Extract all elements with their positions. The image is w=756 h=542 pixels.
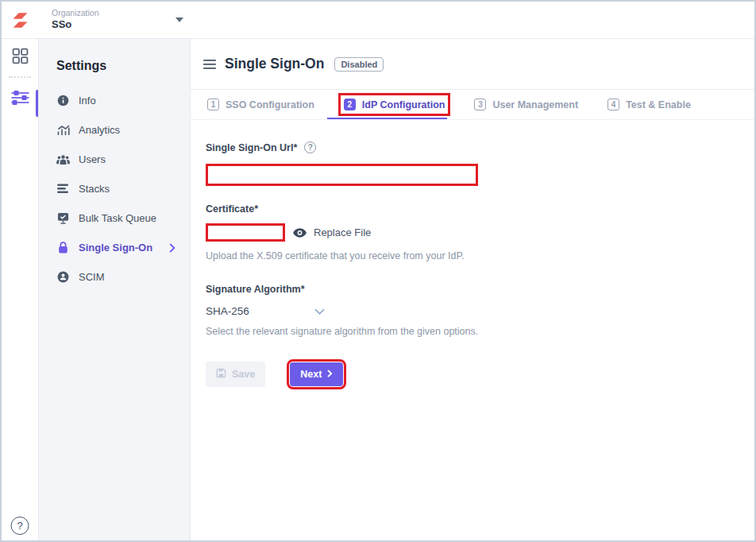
settings-sidebar: Settings Info Analytics: [39, 39, 191, 540]
help-tooltip-icon[interactable]: ?: [304, 141, 316, 153]
signature-algorithm-value: SHA-256: [206, 305, 249, 317]
tab-sso-configuration[interactable]: 1 SSO Configuration: [207, 99, 314, 110]
stacks-icon: [56, 184, 70, 194]
apps-grid-icon[interactable]: [12, 48, 29, 64]
idp-configuration-form: Single Sign-On Url* ? Certificate*: [191, 120, 754, 387]
organization-name: SSo: [52, 18, 99, 31]
sidebar-item-analytics[interactable]: Analytics: [56, 115, 182, 145]
next-button[interactable]: Next: [290, 362, 343, 386]
organization-switcher[interactable]: Organization SSo: [52, 8, 99, 31]
sidebar-item-scim[interactable]: SCIM: [56, 262, 182, 292]
tab-label: IdP Configuration: [362, 99, 446, 110]
users-icon: [56, 154, 70, 165]
signature-algorithm-helper-text: Select the relevant signature algorithm …: [206, 326, 754, 337]
rail-divider: [9, 76, 31, 78]
certificate-file-input[interactable]: [206, 223, 285, 242]
chevron-down-icon: [314, 305, 325, 317]
brand-logo-icon: [10, 10, 30, 30]
organization-label: Organization: [52, 8, 99, 18]
certificate-label: Certificate*: [206, 203, 258, 215]
step-number: 4: [608, 99, 619, 110]
sidebar-item-label: Stacks: [79, 183, 110, 195]
app-window: Organization SSo ?: [0, 0, 756, 542]
help-button[interactable]: ?: [11, 517, 29, 535]
certificate-helper-text: Upload the X.509 certificate that you re…: [206, 250, 754, 261]
sso-url-label: Single Sign-On Url*: [206, 142, 297, 153]
sidebar-item-label: Users: [79, 153, 106, 165]
chevron-right-icon: [169, 243, 176, 253]
chevron-right-icon: [327, 369, 333, 380]
bulk-task-queue-icon: [56, 212, 70, 224]
brand-logo[interactable]: [2, 10, 38, 30]
signature-algorithm-select[interactable]: SHA-256: [206, 305, 325, 317]
sidebar-item-label: Info: [79, 95, 96, 106]
main-content: Single Sign-On Disabled 1 SSO Configurat…: [191, 39, 754, 540]
tab-idp-configuration[interactable]: 2 IdP Configuration: [344, 99, 446, 110]
save-button[interactable]: Save: [206, 362, 265, 387]
sso-url-input[interactable]: [208, 166, 476, 184]
sidebar-item-info[interactable]: Info: [56, 86, 182, 115]
sidebar-item-label: Analytics: [79, 124, 120, 136]
tab-label: Test & Enable: [626, 99, 691, 110]
icon-rail: ?: [2, 39, 39, 540]
scim-icon: [56, 271, 70, 283]
floppy-disk-icon: [216, 368, 226, 381]
step-number: 2: [344, 99, 356, 110]
hamburger-menu-icon[interactable]: [203, 60, 216, 69]
sidebar-item-stacks[interactable]: Stacks: [56, 174, 182, 203]
status-badge: Disabled: [334, 57, 384, 72]
sidebar-item-users[interactable]: Users: [56, 145, 182, 174]
page-header: Single Sign-On Disabled: [191, 39, 754, 90]
sidebar-item-label: SCIM: [79, 271, 105, 283]
signature-algorithm-label: Signature Algorithm*: [206, 284, 305, 295]
active-section-indicator: [36, 90, 38, 117]
eye-icon[interactable]: [293, 228, 307, 238]
sidebar-item-single-sign-on[interactable]: Single Sign-On: [56, 233, 182, 262]
step-number: 1: [207, 99, 219, 110]
lock-icon: [56, 242, 70, 254]
tab-label: SSO Configuration: [226, 99, 314, 110]
tab-user-management[interactable]: 3 User Management: [474, 99, 578, 110]
wizard-tabs: 1 SSO Configuration 2 IdP Configuration …: [191, 90, 754, 120]
sidebar-item-label: Bulk Task Queue: [79, 212, 156, 224]
top-bar: Organization SSo: [2, 2, 754, 39]
tab-label: User Management: [492, 99, 578, 110]
step-number: 3: [474, 99, 486, 110]
save-button-label: Save: [232, 369, 255, 380]
sidebar-item-bulk-task-queue[interactable]: Bulk Task Queue: [56, 203, 182, 233]
settings-sliders-icon[interactable]: [11, 89, 29, 106]
sidebar-item-label: Single Sign-On: [79, 242, 152, 254]
caret-down-icon[interactable]: [176, 17, 183, 22]
replace-file-link[interactable]: Replace File: [314, 226, 371, 238]
next-button-label: Next: [300, 369, 322, 380]
question-mark-icon: ?: [17, 520, 22, 532]
page-title: Single Sign-On: [225, 56, 324, 72]
info-icon: [56, 95, 70, 106]
annotation-box-sso-url: [206, 164, 478, 186]
sidebar-title: Settings: [56, 59, 182, 73]
tab-test-and-enable[interactable]: 4 Test & Enable: [608, 99, 691, 110]
analytics-icon: [56, 124, 70, 136]
